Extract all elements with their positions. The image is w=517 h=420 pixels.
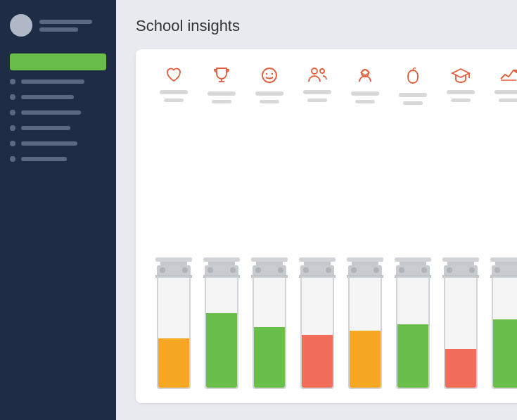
- volute-circle-right: [469, 267, 475, 273]
- icon-col-trophy: [198, 66, 245, 105]
- icon-sublabel: [307, 98, 327, 102]
- icon-label: [303, 90, 331, 94]
- svg-point-2: [262, 68, 276, 82]
- sidebar-item-6[interactable]: [10, 155, 106, 163]
- icon-label: [447, 90, 475, 94]
- icon-sublabel: [164, 98, 184, 102]
- sidebar-dot: [10, 125, 15, 131]
- icon-sublabel: [260, 100, 279, 103]
- pillars-row: [150, 117, 517, 389]
- pillar-capital: [347, 257, 383, 278]
- bar-container-3: [253, 276, 286, 389]
- sidebar-header: [10, 14, 106, 37]
- pillar-capital: [395, 257, 431, 278]
- sidebar-dot: [10, 79, 15, 84]
- header-line-1: [39, 20, 92, 24]
- icon-col-apple: [389, 66, 437, 105]
- heart-icon: [165, 66, 183, 86]
- sidebar-item-5[interactable]: [10, 139, 106, 148]
- bar-container-7: [444, 276, 478, 389]
- bar-container-1: [157, 276, 191, 389]
- capital-volute: [157, 265, 191, 275]
- pillar-capital: [251, 257, 288, 278]
- volute-circle-left: [351, 267, 357, 273]
- trophy-icon: [213, 66, 230, 87]
- bar-container-6: [396, 276, 430, 389]
- bar-fill-green: [254, 327, 285, 388]
- icon-col-mortarboard: [437, 66, 485, 105]
- sidebar-item-4[interactable]: [10, 124, 106, 132]
- people-icon: [307, 66, 327, 86]
- svg-point-3: [266, 73, 267, 75]
- sidebar-item-line: [21, 126, 70, 130]
- pillar-capital: [203, 257, 240, 278]
- bar-fill-green: [206, 313, 237, 388]
- icon-sublabel: [451, 98, 471, 102]
- pillar-col-4: [293, 257, 341, 389]
- pillar-capital: [490, 257, 517, 278]
- icon-sublabel: [355, 100, 375, 103]
- pillar-col-1: [150, 257, 198, 389]
- icon-col-smiley: [245, 66, 293, 105]
- volute-circle-right: [278, 267, 283, 273]
- pillar-col-2: [198, 257, 245, 389]
- smiley-icon: [260, 66, 279, 87]
- apple-icon: [404, 66, 421, 89]
- page-title: School insights: [136, 17, 517, 35]
- sidebar-item-line: [21, 110, 81, 115]
- sidebar-item-line: [21, 79, 84, 84]
- pillar-col-3: [245, 257, 293, 389]
- capital-volute: [253, 265, 286, 275]
- volute-circle-right: [182, 267, 188, 273]
- volute-circle-left: [255, 267, 261, 273]
- avatar: [10, 14, 32, 37]
- volute-circle-left: [208, 267, 213, 273]
- volute-circle-left: [160, 267, 165, 273]
- pillar-col-7: [437, 257, 485, 389]
- sidebar-item-2[interactable]: [10, 93, 106, 101]
- mortarboard-icon: [451, 66, 471, 86]
- capital-volute: [444, 265, 478, 275]
- icon-label: [494, 90, 517, 94]
- capital-volute: [205, 265, 238, 275]
- icon-label: [208, 91, 236, 96]
- icon-label: [399, 93, 427, 97]
- chart-icon: [499, 66, 517, 86]
- svg-point-4: [272, 73, 273, 75]
- sidebar-dot: [10, 94, 15, 100]
- sidebar-item-1[interactable]: [10, 77, 106, 86]
- svg-point-6: [320, 69, 324, 73]
- volute-circle-left: [447, 267, 452, 273]
- bar-container-8: [492, 276, 517, 389]
- sidebar-item-line: [21, 157, 67, 161]
- sidebar-active-item[interactable]: [10, 53, 106, 70]
- sidebar-item-3[interactable]: [10, 108, 106, 117]
- header-lines: [39, 20, 92, 32]
- icon-label: [160, 90, 188, 94]
- volute-circle-right: [421, 267, 427, 273]
- bar-container-4: [300, 276, 334, 389]
- graduate-icon: [355, 66, 375, 87]
- capital-volute: [348, 265, 382, 275]
- icon-sublabel: [212, 100, 231, 103]
- sidebar-item-line: [21, 141, 77, 146]
- volute-circle-right: [374, 267, 379, 273]
- insights-card: [136, 49, 517, 403]
- volute-circle-left: [399, 267, 404, 273]
- main-content: School insights: [116, 0, 517, 420]
- bar-fill-green: [493, 319, 517, 388]
- svg-marker-8: [452, 69, 469, 77]
- bar-fill-red: [302, 335, 333, 388]
- volute-circle-left: [494, 267, 500, 273]
- icon-col-people: [293, 66, 341, 105]
- icon-label: [351, 91, 379, 96]
- sidebar-item-line: [21, 95, 74, 99]
- icons-row: [150, 66, 517, 105]
- sidebar: [0, 0, 116, 420]
- pillar-col-5: [341, 257, 389, 389]
- icon-label: [255, 91, 283, 96]
- sidebar-dot: [10, 141, 15, 146]
- capital-volute: [492, 265, 517, 275]
- header-line-2: [39, 27, 78, 32]
- bar-fill-orange: [350, 331, 381, 388]
